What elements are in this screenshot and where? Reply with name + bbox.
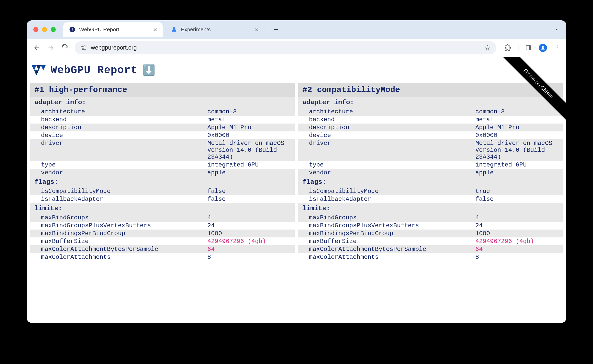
- reload-button[interactable]: [60, 43, 70, 53]
- adapter-column: #2 compatibilityModeadapter info:archite…: [298, 83, 563, 261]
- svg-marker-9: [32, 65, 36, 70]
- row-key: device: [30, 131, 205, 139]
- row-key: maxBufferSize: [298, 237, 473, 245]
- row-key: isCompatibilityMode: [30, 187, 205, 195]
- row-key: maxBindingsPerBindGroup: [298, 230, 473, 237]
- row-key: backend: [30, 116, 205, 124]
- row-value: Metal driver on macOS Version 14.0 (Buil…: [473, 139, 563, 161]
- row-key: architecture: [298, 108, 473, 116]
- forward-button[interactable]: [46, 43, 56, 53]
- adapter-heading: #2 compatibilityMode: [298, 83, 563, 97]
- row-value: common-3: [205, 108, 295, 116]
- address-bar[interactable]: webgpureport.org ☆: [75, 41, 496, 54]
- info-heading: adapter info:: [30, 97, 295, 108]
- tab-webgpu-report[interactable]: i WebGPU Report ×: [63, 22, 163, 37]
- table-row: architecturecommon-3: [30, 108, 295, 116]
- limits-heading: limits:: [298, 203, 563, 214]
- table-row: typeintegrated GPU: [298, 161, 563, 169]
- table-row: maxColorAttachmentBytesPerSample64: [298, 245, 563, 253]
- svg-text:i: i: [72, 27, 73, 32]
- info-heading: adapter info:: [298, 97, 563, 108]
- row-value: integrated GPU: [205, 161, 295, 169]
- site-settings-icon[interactable]: [80, 44, 87, 51]
- table-row: driverMetal driver on macOS Version 14.0…: [30, 139, 295, 161]
- flags-heading: flags:: [30, 177, 295, 187]
- tab-bar: i WebGPU Report × Experiments × +: [27, 20, 566, 39]
- table-row: maxColorAttachments8: [298, 253, 563, 261]
- table-row: maxBindGroups4: [298, 214, 563, 222]
- url-text: webgpureport.org: [91, 44, 137, 51]
- download-button[interactable]: ⬇️: [143, 64, 155, 77]
- limits-heading: limits:: [30, 203, 295, 214]
- table-row: vendorapple: [298, 169, 563, 177]
- row-value: 8: [473, 253, 563, 261]
- row-value: Apple M1 Pro: [205, 124, 295, 131]
- table-row: maxBindingsPerBindGroup1000: [298, 230, 563, 237]
- svg-point-3: [84, 46, 85, 47]
- table-row: device0x0000: [298, 131, 563, 139]
- minimize-window-button[interactable]: [42, 27, 47, 32]
- table-row: isFallbackAdapterfalse: [30, 195, 295, 203]
- row-key: type: [30, 161, 205, 169]
- close-tab-icon[interactable]: ×: [255, 26, 259, 34]
- row-key: maxBufferSize: [30, 237, 205, 245]
- bookmark-star-icon[interactable]: ☆: [484, 43, 491, 52]
- toolbar-separator: [518, 44, 518, 52]
- maximize-window-button[interactable]: [51, 27, 56, 32]
- svg-rect-4: [84, 49, 86, 50]
- table-row: driverMetal driver on macOS Version 14.0…: [298, 139, 563, 161]
- row-key: maxBindingsPerBindGroup: [30, 230, 205, 237]
- window-controls: [33, 27, 56, 32]
- table-row: isCompatibilityModetrue: [298, 187, 563, 195]
- table-row: vendorapple: [30, 169, 295, 177]
- row-key: isFallbackAdapter: [30, 195, 205, 203]
- extensions-icon[interactable]: [504, 44, 512, 52]
- svg-rect-7: [529, 46, 531, 50]
- row-value: 24: [205, 222, 295, 230]
- row-value: 4: [205, 214, 295, 222]
- table-row: isFallbackAdapterfalse: [298, 195, 563, 203]
- svg-marker-12: [41, 65, 46, 70]
- svg-point-8: [542, 46, 544, 48]
- row-value: Apple M1 Pro: [473, 124, 563, 131]
- row-value: 1000: [473, 230, 563, 237]
- adapter-heading: #1 high-performance: [30, 83, 295, 97]
- row-value: 64: [473, 245, 563, 253]
- row-key: device: [298, 131, 473, 139]
- flags-heading: flags:: [298, 177, 563, 187]
- table-row: maxBufferSize4294967296 (4gb): [30, 237, 295, 245]
- navigation-bar: webgpureport.org ☆ ⋮: [27, 39, 566, 57]
- row-key: maxBindGroupsPlusVertexBuffers: [30, 222, 205, 230]
- row-value: 4: [473, 214, 563, 222]
- back-button[interactable]: [32, 43, 41, 53]
- row-value: 0x0000: [473, 131, 563, 139]
- row-value: 8: [205, 253, 295, 261]
- row-value: 1000: [205, 230, 295, 237]
- table-row: device0x0000: [30, 131, 295, 139]
- row-key: vendor: [30, 169, 205, 177]
- row-value: metal: [473, 116, 563, 124]
- table-row: maxBindGroupsPlusVertexBuffers24: [298, 222, 563, 230]
- side-panel-icon[interactable]: [525, 44, 533, 52]
- new-tab-button[interactable]: +: [268, 24, 279, 35]
- row-value: false: [473, 195, 563, 203]
- row-key: type: [298, 161, 473, 169]
- row-key: maxColorAttachments: [30, 253, 205, 261]
- menu-icon[interactable]: ⋮: [553, 44, 561, 52]
- row-value: common-3: [473, 108, 563, 116]
- row-key: maxColorAttachmentBytesPerSample: [298, 245, 473, 253]
- row-key: isCompatibilityMode: [298, 187, 473, 195]
- row-key: architecture: [30, 108, 205, 116]
- close-window-button[interactable]: [33, 27, 38, 32]
- row-key: maxColorAttachments: [298, 253, 473, 261]
- row-value: true: [473, 187, 563, 195]
- table-row: architecturecommon-3: [298, 108, 563, 116]
- row-key: maxBindGroups: [30, 214, 205, 222]
- tab-list-dropdown[interactable]: [551, 24, 562, 35]
- svg-rect-2: [81, 46, 83, 47]
- tab-experiments[interactable]: Experiments ×: [165, 22, 264, 37]
- table-row: maxColorAttachments8: [30, 253, 295, 261]
- profile-avatar[interactable]: [539, 44, 547, 52]
- table-row: backendmetal: [30, 116, 295, 124]
- close-tab-icon[interactable]: ×: [153, 26, 157, 34]
